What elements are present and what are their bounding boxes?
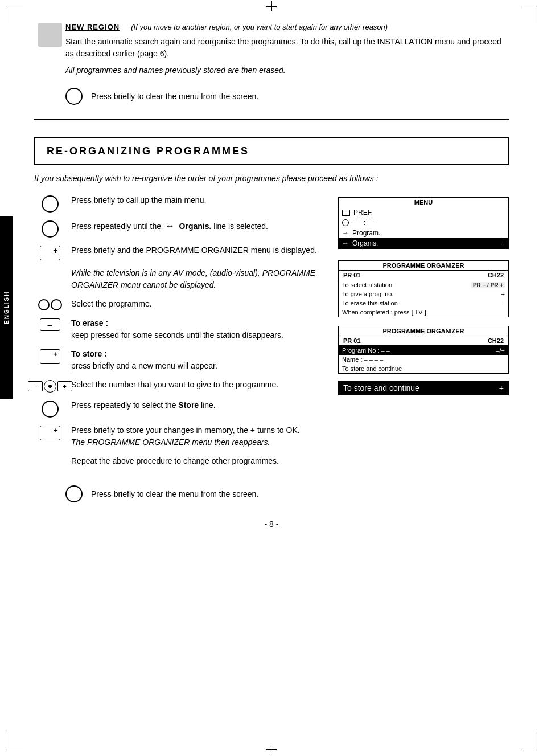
minus-btn-icon: –	[40, 318, 60, 331]
corner-tl	[6, 6, 23, 23]
instr-text-1-label: Press briefly to call up the main menu.	[71, 195, 206, 205]
to-erase-label: To erase :	[71, 318, 108, 328]
store-label: Store	[178, 401, 199, 410]
instr-icon-3: +	[34, 244, 65, 260]
new-region-icon-box	[34, 23, 65, 47]
new-region-subtitle: (If you move to another region, or you w…	[131, 23, 388, 31]
instr-row-10: + Press briefly to store your changes in…	[34, 424, 321, 448]
circle-icon-9	[42, 401, 59, 418]
organis-bold: Organis.	[179, 222, 212, 231]
prog-org2-pr: PR 01	[343, 337, 361, 344]
prog-org2-display: PROGRAMME ORGANIZER PR 01 CH22 Program N…	[338, 326, 509, 374]
new-region-title-row: NEW REGION (If you move to another regio…	[65, 23, 509, 31]
instr-text-3: Press briefly and the PROGRAMME ORGANIZE…	[71, 244, 321, 256]
prog-org1-select-label: To select a station	[342, 281, 392, 288]
instructions-left: Press briefly to call up the main menu. …	[34, 194, 321, 474]
section-subtitle: If you subsequently wish to re-organize …	[34, 174, 509, 183]
menu-display-wrapper: MENU PREF. – – : – – → Program. ↔	[338, 197, 509, 249]
minus-icon-combined: –	[28, 381, 43, 391]
menu-arrow-right-icon: →	[342, 229, 349, 237]
instr-icon-9	[34, 399, 65, 418]
crosshair-bottom	[266, 749, 277, 755]
instr-icon-5	[34, 298, 65, 310]
instr-row-1: Press briefly to call up the main menu.	[34, 194, 321, 213]
instr-row-9: Press repeatedly to select the Store lin…	[34, 399, 321, 418]
prog-org2-row-store: To store and continue	[339, 364, 508, 373]
menu-program-label: Program.	[352, 229, 380, 237]
new-region-desc2: All programmes and names previously stor…	[65, 64, 509, 76]
store-continue-label: To store and continue	[343, 383, 419, 393]
menu-icon-rect	[342, 210, 350, 216]
clear-btn-icon-bottom	[65, 485, 83, 502]
press-clear-bottom-text: Press briefly to clear the menu from the…	[91, 489, 258, 498]
instructions-area: Press briefly to call up the main menu. …	[34, 194, 509, 474]
prog-org1-pr: PR 01	[343, 272, 361, 279]
instr-text-9: Press repeatedly to select the Store lin…	[71, 399, 321, 411]
instr-icon-1	[34, 194, 65, 213]
menu-organis-label: Organis.	[352, 239, 378, 247]
store-continue-wrapper: To store and continue +	[338, 381, 509, 395]
prog-org1-row-give: To give a prog. no. +	[339, 289, 508, 299]
prog-org1-row-complete: When completed : press [ TV ]	[339, 308, 508, 317]
instr-text-2: Press repeatedly until the ↔ Organis. li…	[71, 219, 321, 233]
english-sidebar-label: ENGLISH	[0, 216, 13, 399]
arrow-lr-icon: ↔	[166, 221, 175, 231]
new-region-section: NEW REGION (If you move to another regio…	[34, 17, 509, 76]
prog-org1-give-value: +	[501, 291, 505, 297]
menu-display: MENU PREF. – – : – – → Program. ↔	[338, 197, 509, 249]
new-region-desc1: Start the automatic search again and reo…	[65, 36, 509, 60]
section-header: RE-ORGANIZING PROGRAMMES	[34, 137, 509, 165]
menu-row-time: – – : – –	[339, 218, 508, 228]
plus-icon-combined: +	[57, 381, 72, 391]
prog-org1-wrapper: PROGRAMME ORGANIZER PR 01 CH22 To select…	[338, 260, 509, 317]
instr-text-4: While the television is in any AV mode, …	[71, 267, 321, 291]
prog-org1-row-select: To select a station PR – / PR +	[339, 280, 508, 289]
prog-org1-title: PROGRAMME ORGANIZER	[339, 261, 508, 271]
page-number: - 8 -	[34, 520, 509, 529]
prog-org1-complete-label: When completed : press [ TV ]	[342, 309, 426, 316]
press-clear-top-text: Press briefly to clear the menu from the…	[91, 92, 258, 101]
prog-org1-select-value: PR – / PR +	[471, 282, 505, 288]
instr-row-3: + Press briefly and the PROGRAMME ORGANI…	[34, 244, 321, 260]
instr-text-1: Press briefly to call up the main menu.	[71, 194, 321, 206]
plus-btn-icon-7: +	[40, 349, 60, 364]
instr-icon-2	[34, 219, 65, 238]
new-region-label: NEW REGION	[65, 23, 120, 31]
circle-icon-2	[42, 220, 59, 238]
circle-icon-1	[42, 195, 59, 213]
prog-org1-give-label: To give a prog. no.	[342, 291, 394, 297]
store-continue-row: To store and continue +	[339, 381, 508, 395]
instr-text-6: To erase : keep pressed for some seconds…	[71, 317, 321, 341]
menu-time-label: – – : – –	[352, 219, 377, 227]
prog-org2-program-value: –/+	[496, 347, 505, 354]
prog-org1-erase-value: –	[501, 300, 505, 307]
press-clear-top: Press briefly to clear the menu from the…	[65, 88, 509, 105]
corner-bl	[6, 733, 23, 750]
new-region-icon-square	[38, 23, 62, 47]
menu-organis-plus: +	[501, 239, 505, 247]
store-continue-box: To store and continue +	[338, 381, 509, 395]
new-region-content: NEW REGION (If you move to another regio…	[65, 23, 509, 76]
instr-row-11: Repeat the above procedure to change oth…	[34, 455, 321, 467]
prog-org1-ch: CH22	[488, 272, 504, 279]
instr-icon-10: +	[34, 424, 65, 440]
prog-org2-ch: CH22	[488, 337, 504, 344]
menu-row-program: → Program.	[339, 228, 508, 238]
prog-org2-program-label: Program No : – –	[342, 347, 390, 354]
instr-text-11: Repeat the above procedure to change oth…	[71, 455, 321, 467]
instr-row-4: While the television is in any AV mode, …	[34, 267, 321, 291]
instr-icon-8: – +	[34, 379, 65, 393]
plus-btn-icon-3: +	[40, 246, 60, 260]
instr-row-6: – To erase : keep pressed for some secon…	[34, 317, 321, 341]
instr-text-7: To store : press briefly and a new menu …	[71, 348, 321, 372]
prog-org1-header: PR 01 CH22	[339, 271, 508, 280]
double-circle-icon	[38, 299, 62, 310]
instr-row-5: Select the programme.	[34, 298, 321, 310]
sm-circle-1	[38, 299, 50, 310]
prog-org1-row-erase: To erase this station –	[339, 299, 508, 308]
menu-display-title: MENU	[339, 198, 508, 207]
prog-org2-row-name: Name : – – – –	[339, 355, 508, 364]
menu-arrow-lr-icon: ↔	[342, 239, 349, 247]
instr-text-5: Select the programme.	[71, 298, 321, 310]
plus-btn-icon-10: +	[40, 426, 60, 440]
